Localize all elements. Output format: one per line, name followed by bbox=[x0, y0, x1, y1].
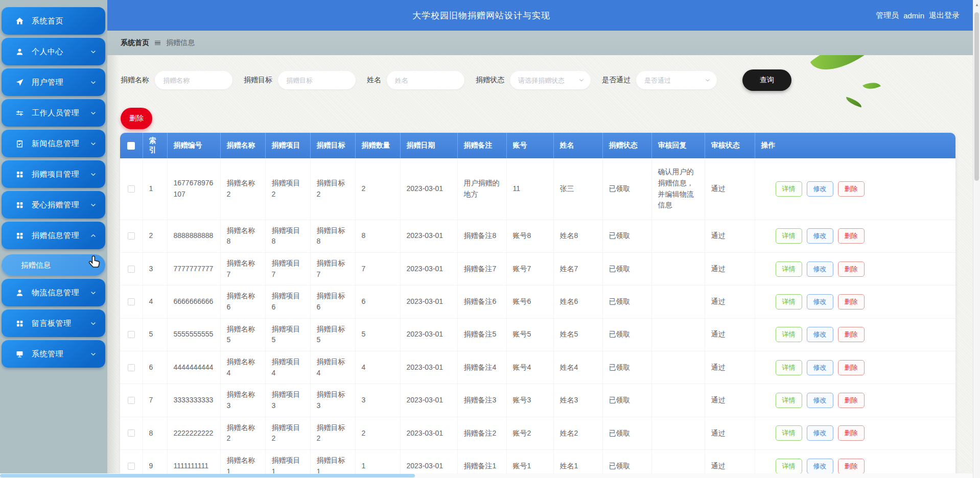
monitor-icon bbox=[15, 349, 25, 359]
table-body: 11677678976107捐赠名称2捐赠项目2捐赠目标222023-03-01… bbox=[120, 158, 955, 478]
cell-date: 2023-03-01 bbox=[400, 220, 457, 252]
breadcrumb-current: 捐赠信息 bbox=[166, 38, 195, 47]
edit-button[interactable]: 修改 bbox=[807, 459, 833, 474]
edit-button[interactable]: 修改 bbox=[807, 360, 833, 375]
data-table: 索引捐赠编号捐赠名称捐赠项目捐赠目标捐赠数量捐赠日期捐赠备注账号姓名捐赠状态审核… bbox=[120, 133, 955, 478]
row-checkbox[interactable] bbox=[128, 232, 135, 240]
cell-audit_status: 通过 bbox=[705, 384, 755, 417]
edit-button[interactable]: 修改 bbox=[807, 228, 833, 244]
filter-field: 捐赠目标 bbox=[244, 71, 356, 89]
sidebar-item-11[interactable]: 系统管理 bbox=[2, 340, 105, 368]
row-checkbox-cell bbox=[120, 417, 143, 449]
cell-audit_reply bbox=[651, 318, 705, 351]
delete-button[interactable]: 删除 bbox=[838, 459, 865, 474]
detail-button[interactable]: 详情 bbox=[776, 294, 802, 309]
detail-button[interactable]: 详情 bbox=[776, 327, 802, 342]
sidebar-item-0[interactable]: 系统首页 bbox=[2, 7, 105, 35]
search-button[interactable]: 查询 bbox=[742, 69, 791, 91]
edit-button[interactable]: 修改 bbox=[807, 261, 833, 277]
detail-button[interactable]: 详情 bbox=[776, 228, 802, 244]
cell-target: 捐赠目标8 bbox=[310, 220, 355, 252]
filter-input[interactable] bbox=[387, 71, 464, 89]
cell-quantity: 8 bbox=[355, 220, 400, 252]
cell-target: 捐赠目标6 bbox=[310, 285, 355, 318]
delete-button[interactable]: 删除 bbox=[838, 393, 865, 408]
sidebar-item-2[interactable]: 用户管理 bbox=[2, 68, 105, 96]
row-checkbox[interactable] bbox=[128, 397, 135, 404]
detail-button[interactable]: 详情 bbox=[776, 393, 802, 408]
sidebar-item-9[interactable]: 物流信息管理 bbox=[2, 279, 105, 306]
breadcrumb-separator-icon bbox=[155, 41, 160, 45]
cell-person_name: 姓名4 bbox=[553, 351, 602, 384]
row-checkbox[interactable] bbox=[128, 185, 135, 193]
row-actions-cell: 详情修改删除 bbox=[755, 351, 955, 384]
cell-target: 捐赠目标5 bbox=[310, 318, 355, 351]
edit-button[interactable]: 修改 bbox=[807, 393, 833, 408]
cell-donation_status: 已领取 bbox=[602, 384, 651, 417]
logout-link[interactable]: 退出登录 bbox=[929, 11, 960, 20]
sidebar-item-1[interactable]: 个人中心 bbox=[2, 38, 105, 65]
detail-button[interactable]: 详情 bbox=[776, 360, 802, 375]
filter-select[interactable] bbox=[510, 71, 591, 89]
filter-field: 捐赠状态 bbox=[476, 71, 591, 89]
detail-button[interactable]: 详情 bbox=[776, 425, 802, 441]
delete-button[interactable]: 删除 bbox=[838, 261, 865, 277]
detail-button[interactable]: 详情 bbox=[776, 459, 802, 474]
delete-button[interactable]: 删除 bbox=[838, 181, 865, 197]
cell-target: 捐赠目标2 bbox=[310, 158, 355, 220]
filter-field: 捐赠名称 bbox=[121, 71, 232, 89]
scroll-up-arrow-icon[interactable]: ▲ bbox=[973, 3, 980, 7]
horizontal-scrollbar-thumb[interactable] bbox=[0, 474, 415, 477]
row-checkbox[interactable] bbox=[128, 463, 135, 470]
vertical-scrollbar-thumb[interactable] bbox=[974, 12, 979, 181]
column-header: 捐赠名称 bbox=[220, 133, 265, 158]
chevron-down-icon bbox=[89, 350, 97, 358]
detail-button[interactable]: 详情 bbox=[776, 261, 802, 277]
breadcrumb: 系统首页 捐赠信息 bbox=[107, 31, 973, 55]
detail-button[interactable]: 详情 bbox=[776, 181, 802, 197]
cell-quantity: 5 bbox=[355, 318, 400, 351]
cell-project: 捐赠项目7 bbox=[265, 252, 310, 285]
edit-button[interactable]: 修改 bbox=[807, 181, 833, 197]
sidebar-item-3[interactable]: 工作人员管理 bbox=[2, 99, 105, 127]
horizontal-scrollbar[interactable] bbox=[0, 473, 973, 478]
delete-button[interactable]: 删除 bbox=[121, 108, 152, 129]
table-row: 11677678976107捐赠名称2捐赠项目2捐赠目标222023-03-01… bbox=[120, 158, 955, 220]
edit-button[interactable]: 修改 bbox=[807, 327, 833, 342]
edit-button[interactable]: 修改 bbox=[807, 425, 833, 441]
leaf-decoration-icon bbox=[845, 97, 863, 108]
sliders-icon bbox=[15, 108, 25, 118]
row-checkbox-cell bbox=[120, 158, 143, 220]
cell-remark: 捐赠备注8 bbox=[457, 220, 506, 252]
column-header: 捐赠日期 bbox=[400, 133, 457, 158]
cell-donation_no: 6666666666 bbox=[167, 285, 220, 318]
vertical-scrollbar[interactable]: ▲ bbox=[973, 0, 980, 478]
cell-date: 2023-03-01 bbox=[400, 158, 457, 220]
delete-button[interactable]: 删除 bbox=[838, 360, 865, 375]
row-checkbox[interactable] bbox=[128, 364, 135, 371]
filter-input[interactable] bbox=[278, 71, 356, 89]
filter-select[interactable] bbox=[636, 71, 717, 89]
row-checkbox[interactable] bbox=[128, 429, 135, 437]
delete-button[interactable]: 删除 bbox=[838, 425, 865, 441]
column-header: 操作 bbox=[755, 133, 955, 158]
edit-button[interactable]: 修改 bbox=[807, 294, 833, 309]
sidebar-item-5[interactable]: 捐赠项目管理 bbox=[2, 160, 105, 188]
select-all-checkbox[interactable] bbox=[127, 142, 135, 150]
sidebar-item-10[interactable]: 留言板管理 bbox=[2, 309, 105, 337]
delete-button[interactable]: 删除 bbox=[838, 294, 865, 309]
breadcrumb-home[interactable]: 系统首页 bbox=[121, 38, 149, 47]
delete-button[interactable]: 删除 bbox=[838, 228, 865, 244]
delete-button[interactable]: 删除 bbox=[838, 327, 865, 342]
sidebar-item-7[interactable]: 捐赠信息管理 bbox=[2, 222, 105, 249]
sidebar-item-6[interactable]: 爱心捐赠管理 bbox=[2, 191, 105, 219]
cell-donation_name: 捐赠名称7 bbox=[220, 252, 265, 285]
row-checkbox[interactable] bbox=[128, 298, 135, 305]
row-checkbox[interactable] bbox=[128, 266, 135, 273]
filter-input[interactable] bbox=[155, 71, 232, 89]
chevron-down-icon bbox=[89, 140, 97, 148]
row-checkbox[interactable] bbox=[128, 331, 135, 338]
column-header: 捐赠状态 bbox=[602, 133, 651, 158]
sidebar-item-4[interactable]: 新闻信息管理 bbox=[2, 130, 105, 157]
column-header: 捐赠数量 bbox=[355, 133, 400, 158]
